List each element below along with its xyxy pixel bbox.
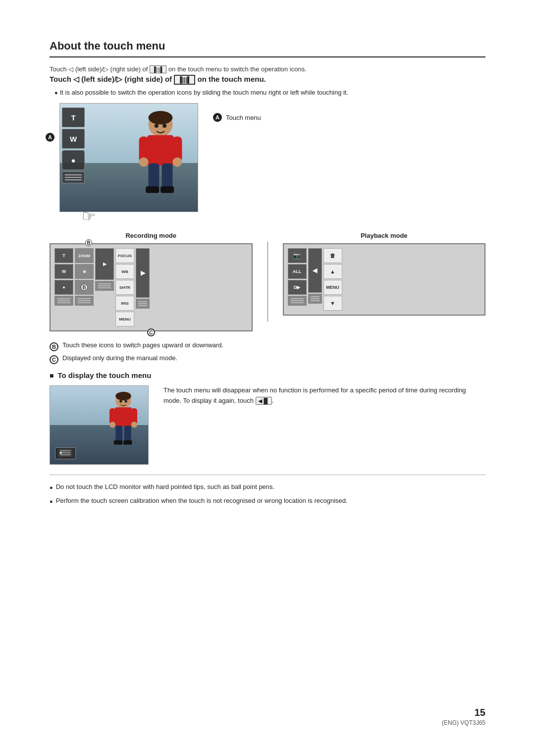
pb-stripe1 (288, 296, 307, 306)
top-image-row: A (50, 103, 485, 212)
b-circle: B (50, 342, 58, 351)
small-camera-photo (50, 385, 149, 465)
label-a-text-badge: A (213, 113, 222, 122)
diag-stripe1 (54, 296, 73, 306)
pb-delete: 🗑 (323, 248, 342, 263)
diag-focus: FOCUS (115, 248, 134, 263)
svg-rect-2 (147, 135, 174, 165)
diag-wb: WB (115, 264, 134, 279)
recording-diagram: B T W ● ZOOM ⊕ B (50, 243, 253, 331)
svg-point-44 (131, 422, 137, 428)
playback-mode-title: Playback mode (283, 232, 486, 239)
diag-b2: B (75, 280, 94, 295)
small-child-figure (106, 390, 141, 454)
diag-menu: MENU (115, 312, 134, 326)
diag-stripe4 (136, 299, 150, 309)
c-circle: C (50, 355, 58, 364)
diag-col-1: T W ● (54, 248, 73, 306)
diag-circle: ● (54, 280, 73, 295)
diag-zoom: ZOOM (75, 248, 94, 263)
display-text-block: The touch menu will disappear when no fu… (163, 385, 485, 406)
display-description: The touch menu will disappear when no fu… (163, 386, 466, 404)
pb-menu: MENU (323, 280, 342, 295)
diag-iris: IRIS (115, 296, 134, 311)
diag-col-5: ▶ (136, 248, 150, 309)
tmenu-t-btn: T (62, 108, 85, 127)
page-title: About the touch menu (50, 40, 485, 57)
diag-t: T (54, 248, 73, 263)
svg-point-12 (162, 124, 166, 128)
display-section-header: To display the touch menu (50, 371, 485, 379)
svg-point-43 (109, 422, 115, 428)
pb-disp: D▶ (288, 280, 307, 295)
annotation-c: C Displayed only during the manual mode. (50, 354, 485, 364)
bottom-note-1: Do not touch the LCD monitor with hard p… (50, 482, 485, 492)
svg-point-9 (139, 158, 149, 167)
display-icon-inline: ◀▐▌. (256, 397, 274, 404)
touch-menu-label-area: A Touch menu (213, 103, 261, 122)
svg-point-1 (149, 111, 173, 124)
svg-point-10 (172, 158, 182, 167)
display-section-title: To display the touch menu (57, 371, 151, 379)
modes-row: Recording mode B T W ● ZOOM (50, 232, 485, 331)
display-touch-menu-section: To display the touch menu (50, 371, 485, 465)
diag-play-icon: ▶ (95, 248, 114, 280)
annotation-b-text: Touch these icons to switch pages upward… (62, 341, 223, 349)
recording-icon-grid: T W ● ZOOM ⊕ B (54, 248, 248, 326)
mode-divider (268, 242, 268, 322)
bold-instruction: Touch ◁ (left side)/▷ (right side) of ▐|… (50, 75, 485, 84)
pb-cam: 📷 (288, 248, 307, 263)
diag-stripe3 (95, 281, 114, 291)
svg-point-45 (119, 400, 122, 402)
annotations-area: B Touch these icons to switch pages upwa… (50, 341, 485, 364)
svg-rect-42 (123, 440, 132, 445)
touch-menu-label-text: Touch menu (226, 114, 261, 121)
pb-stripe2 (308, 294, 322, 304)
b-label-top: B (85, 239, 92, 246)
tmenu-stripes (62, 171, 85, 183)
sliding-tip: It is also possible to switch the operat… (54, 89, 485, 96)
child-figure-svg (133, 111, 188, 205)
hand-gesture-icon: ☞ (80, 206, 98, 227)
recording-photo-main: T W ● (59, 103, 198, 212)
label-a-badge: A (46, 133, 54, 142)
svg-rect-7 (146, 186, 159, 193)
recording-mode-title: Recording mode (50, 232, 253, 239)
diag-right-arrow: ▶ (136, 248, 150, 298)
annotation-c-text: Displayed only during the manual mode. (62, 354, 177, 362)
intro-text-content: Touch ◁ (left side)/▷ (right side) of ▐|… (50, 65, 307, 73)
pb-down: ▼ (323, 296, 342, 311)
diag-shtr: SHTR (115, 280, 134, 295)
display-row: The touch menu will disappear when no fu… (50, 385, 485, 465)
diag-col-4: FOCUS WB SHTR IRIS MENU (115, 248, 134, 326)
svg-point-35 (115, 392, 131, 401)
diag-stripe2 (75, 296, 94, 306)
tmenu-record-btn: ● (62, 150, 85, 170)
diag-col-3: ▶ (95, 248, 114, 291)
diag-col-2: ZOOM ⊕ B (75, 248, 94, 306)
svg-rect-36 (115, 407, 132, 427)
annotation-b: B Touch these icons to switch pages upwa… (50, 341, 485, 351)
pb-col-2: ◀ (308, 248, 322, 304)
bottom-note-2-text: Perform the touch screen calibration whe… (56, 496, 348, 506)
page-footer: 15 (ENG) VQT3J65 (442, 707, 485, 726)
bottom-notes: Do not touch the LCD monitor with hard p… (50, 475, 485, 505)
playback-icon-grid: 📷 ALL D▶ ◀ 🗑 ▲ (288, 248, 481, 311)
playback-diagram: 📷 ALL D▶ ◀ 🗑 ▲ (283, 243, 486, 316)
c-label-bottom: C (147, 328, 155, 336)
pb-col-3: 🗑 ▲ MENU ▼ (323, 248, 342, 311)
tmenu-w-btn: W (62, 129, 85, 149)
svg-point-46 (125, 400, 127, 402)
pb-all: ALL (288, 264, 307, 279)
small-touch-icon (55, 447, 76, 459)
svg-point-11 (155, 124, 159, 128)
page-code: (ENG) VQT3J65 (442, 719, 485, 726)
playback-mode-section: Playback mode 📷 ALL D▶ ◀ (283, 232, 486, 316)
pb-left-arrow: ◀ (308, 248, 322, 293)
svg-rect-8 (160, 186, 174, 193)
diag-rec-icon: ⊕ (75, 264, 94, 279)
diag-w: W (54, 264, 73, 279)
page-number: 15 (442, 707, 485, 718)
recording-mode-section: Recording mode B T W ● ZOOM (50, 232, 253, 331)
bottom-note-2: Perform the touch screen calibration whe… (50, 496, 485, 506)
